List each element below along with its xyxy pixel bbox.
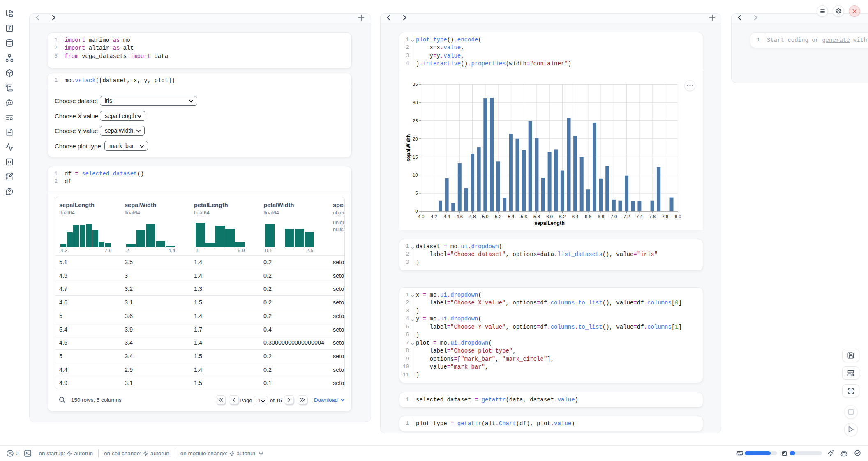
svg-text:6.6: 6.6 bbox=[585, 214, 591, 219]
svg-text:sepalWidth: sepalWidth bbox=[406, 134, 411, 161]
svg-text:5: 5 bbox=[415, 190, 418, 195]
svg-text:sepalLength: sepalLength bbox=[534, 220, 565, 226]
svg-text:6.8: 6.8 bbox=[598, 214, 604, 219]
svg-text:4.6: 4.6 bbox=[456, 214, 463, 219]
svg-text:5.4: 5.4 bbox=[508, 214, 515, 219]
svg-text:4.2: 4.2 bbox=[431, 214, 437, 219]
svg-text:25: 25 bbox=[413, 118, 418, 123]
svg-text:15: 15 bbox=[413, 154, 418, 159]
svg-text:10: 10 bbox=[413, 172, 418, 177]
svg-text:4.0: 4.0 bbox=[418, 214, 425, 219]
svg-text:6.4: 6.4 bbox=[572, 214, 579, 219]
svg-text:5.2: 5.2 bbox=[495, 214, 501, 219]
svg-text:30: 30 bbox=[413, 100, 418, 105]
svg-text:20: 20 bbox=[413, 136, 418, 141]
svg-text:6.0: 6.0 bbox=[546, 214, 553, 219]
svg-text:7.2: 7.2 bbox=[623, 214, 630, 219]
svg-text:5.8: 5.8 bbox=[533, 214, 540, 219]
svg-text:5.6: 5.6 bbox=[521, 214, 527, 219]
svg-text:7.0: 7.0 bbox=[611, 214, 617, 219]
svg-text:8.0: 8.0 bbox=[675, 214, 681, 219]
svg-text:4.4: 4.4 bbox=[443, 214, 450, 219]
svg-text:4.8: 4.8 bbox=[469, 214, 476, 219]
svg-text:35: 35 bbox=[413, 82, 418, 87]
svg-text:6.2: 6.2 bbox=[559, 214, 566, 219]
svg-text:7.8: 7.8 bbox=[662, 214, 669, 219]
svg-text:5.0: 5.0 bbox=[482, 214, 489, 219]
svg-text:7.4: 7.4 bbox=[636, 214, 643, 219]
svg-text:7.6: 7.6 bbox=[649, 214, 656, 219]
svg-text:0: 0 bbox=[415, 208, 418, 213]
